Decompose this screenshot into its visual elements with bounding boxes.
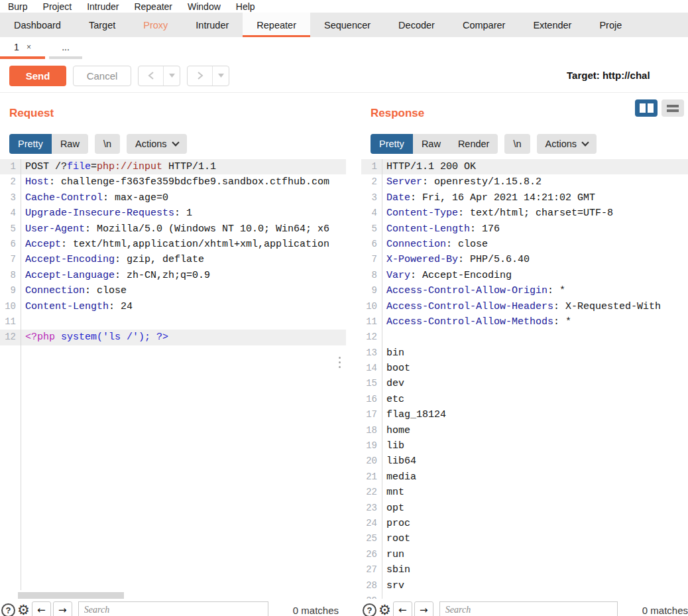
response-view-tab-render[interactable]: Render — [449, 134, 498, 154]
menu-burp[interactable]: Burp — [8, 1, 28, 12]
line-number: 20 — [361, 454, 381, 469]
menu-window[interactable]: Window — [188, 1, 221, 12]
tab-intruder[interactable]: Intruder — [182, 13, 243, 37]
editor-line: 1HTTP/1.1 200 OK — [361, 159, 688, 174]
request-view-tab-actions[interactable]: Actions — [127, 134, 187, 154]
editor-line: 8Accept-Language: zh-CN,zh;q=0.9 — [0, 268, 346, 283]
line-number: 1 — [361, 159, 381, 174]
line-content: Accept-Language: zh-CN,zh;q=0.9 — [20, 268, 210, 283]
help-icon[interactable]: ? — [363, 603, 376, 616]
request-view-tabs: PrettyRaw\nActions — [9, 134, 187, 154]
code-segment: mnt — [386, 487, 404, 498]
request-editor[interactable]: 1POST /?file=php://input HTTP/1.12Host: … — [0, 159, 346, 590]
tab-repeater[interactable]: Repeater — [243, 13, 310, 37]
menu-repeater[interactable]: Repeater — [134, 1, 172, 12]
code-segment: Accept — [25, 239, 61, 250]
line-content: Access-Control-Allow-Headers: X-Requeste… — [381, 299, 661, 314]
session-tab-more[interactable]: ... — [49, 37, 82, 59]
column-bar-icon — [648, 103, 654, 113]
tab-decoder[interactable]: Decoder — [384, 13, 449, 37]
tab-comparer[interactable]: Comparer — [449, 13, 519, 37]
code-segment: root — [386, 533, 410, 544]
menu-project[interactable]: Project — [43, 1, 72, 12]
line-number: 12 — [361, 330, 381, 345]
code-segment: Connection — [25, 285, 85, 296]
code-segment: Content-Type — [386, 208, 458, 219]
back-arrow-icon[interactable] — [139, 66, 164, 86]
editor-line: 24proc — [361, 516, 688, 531]
forward-arrow-icon[interactable] — [188, 66, 213, 86]
close-icon[interactable]: × — [27, 42, 31, 52]
line-content: Connection: close — [381, 237, 488, 252]
line-number: 18 — [361, 423, 381, 438]
response-view-tab-label: Render — [458, 139, 490, 149]
back-history-button[interactable] — [138, 66, 180, 86]
main-tab-bar: DashboardTargetProxyIntruderRepeaterSequ… — [0, 13, 688, 37]
search-next-button[interactable]: → — [414, 601, 433, 616]
gutter-separator — [21, 159, 21, 590]
forward-history-button[interactable] — [187, 66, 229, 86]
tab-dashboard[interactable]: Dashboard — [0, 13, 75, 37]
editor-line: 2Host: challenge-f363fe359bdcfbe9.sandbo… — [0, 174, 346, 190]
code-segment: Date — [386, 192, 410, 204]
response-view-tab-raw[interactable]: Raw — [413, 134, 449, 154]
send-button[interactable]: Send — [9, 66, 66, 86]
back-dropdown-icon[interactable] — [164, 66, 180, 86]
code-segment: HTTP/1.1 200 OK — [386, 161, 476, 172]
splitter-dot — [339, 366, 341, 368]
repeater-toolbar: Send Cancel Target: http://chal — [0, 59, 688, 93]
code-segment: : text/html; charset=UTF-8 — [458, 208, 613, 219]
session-tab-1[interactable]: 1 × — [0, 37, 45, 59]
code-segment: Cache-Control — [25, 192, 103, 204]
tab-proje[interactable]: Proje — [585, 13, 636, 37]
line-content: Server: openresty/1.15.8.2 — [381, 174, 542, 190]
line-number: 4 — [0, 206, 20, 221]
response-editor[interactable]: 1HTTP/1.1 200 OK2Server: openresty/1.15.… — [361, 159, 688, 599]
menu-intruder[interactable]: Intruder — [87, 1, 119, 12]
search-matches: 0 matches — [293, 605, 339, 616]
line-number: 21 — [361, 469, 381, 485]
code-segment: : max-age=0 — [103, 192, 168, 204]
tab-extender[interactable]: Extender — [519, 13, 585, 37]
settings-gear-icon[interactable]: ⚙ — [17, 603, 30, 616]
response-view-tab-actions[interactable]: Actions — [537, 134, 597, 154]
forward-dropdown-icon[interactable] — [213, 66, 229, 86]
tab-sequencer[interactable]: Sequencer — [310, 13, 384, 37]
editor-line: 6Accept: text/html,application/xhtml+xml… — [0, 237, 346, 252]
rows-layout-button[interactable] — [661, 99, 684, 117]
line-content: Access-Control-Allow-Origin: * — [381, 283, 565, 298]
search-prev-button[interactable]: ← — [393, 601, 412, 616]
columns-layout-button[interactable] — [635, 99, 658, 117]
line-content: run — [381, 547, 404, 562]
tab-target[interactable]: Target — [75, 13, 129, 37]
response-view-tabs: PrettyRawRender\nActions — [371, 134, 597, 154]
settings-gear-icon[interactable]: ⚙ — [378, 603, 391, 616]
code-segment: = — [91, 161, 97, 172]
cancel-button[interactable]: Cancel — [73, 66, 131, 86]
line-number: 26 — [361, 547, 381, 562]
horizontal-scrollbar-thumb[interactable] — [18, 592, 124, 599]
help-icon[interactable]: ? — [1, 603, 15, 616]
search-input[interactable] — [78, 601, 268, 616]
search-next-button[interactable]: → — [53, 601, 72, 616]
panel-splitter-handle[interactable] — [339, 357, 341, 368]
search-prev-button[interactable]: ← — [32, 601, 51, 616]
request-view-tab-label: \n — [103, 139, 111, 149]
response-view-pill-group: \n — [504, 134, 530, 154]
request-view-tab-n[interactable]: \n — [95, 134, 120, 154]
code-segment: : * — [553, 316, 571, 328]
code-segment: php://input — [97, 161, 162, 172]
burp-repeater-window: BurpProjectIntruderRepeaterWindowHelp Da… — [0, 0, 688, 616]
editor-line: 1POST /?file=php://input HTTP/1.1 — [0, 159, 346, 174]
request-view-tab-raw[interactable]: Raw — [52, 134, 88, 154]
menu-help[interactable]: Help — [236, 1, 255, 12]
code-segment: opt — [386, 503, 404, 514]
line-number: 2 — [361, 174, 381, 190]
request-view-tab-pretty[interactable]: Pretty — [9, 134, 52, 154]
search-input[interactable] — [439, 601, 618, 616]
editor-line: 3Date: Fri, 16 Apr 2021 14:21:02 GMT — [361, 190, 688, 206]
response-view-tab-n[interactable]: \n — [504, 134, 530, 154]
tab-proxy[interactable]: Proxy — [129, 13, 182, 37]
editor-line: 2Server: openresty/1.15.8.2 — [361, 174, 688, 190]
response-view-tab-pretty[interactable]: Pretty — [371, 134, 413, 154]
